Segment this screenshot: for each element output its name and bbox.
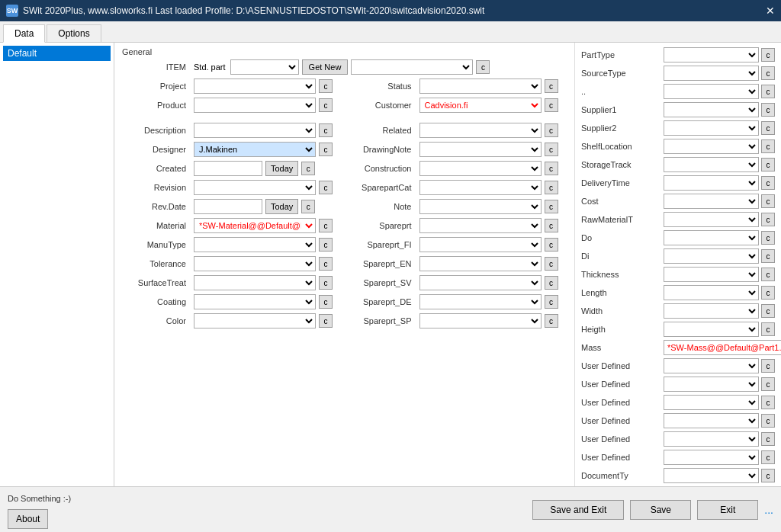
manutype-c-button[interactable]: c <box>319 238 333 252</box>
manutype-select[interactable] <box>194 237 316 252</box>
spareprtDE-c-button[interactable]: c <box>545 295 558 309</box>
heigth-select[interactable] <box>664 322 759 337</box>
description-select[interactable] <box>194 123 316 138</box>
rawmaterialt-c-button[interactable]: c <box>761 213 775 226</box>
userdefined3-c-button[interactable]: c <box>761 396 775 409</box>
parttype-c-button[interactable]: c <box>761 48 775 62</box>
customer-select[interactable]: Cadvision.fi <box>419 98 542 113</box>
width-c-button[interactable]: c <box>761 304 775 318</box>
material-c-button[interactable]: c <box>319 219 333 232</box>
sparepartcat-select[interactable] <box>419 180 542 195</box>
construction-select[interactable] <box>419 161 542 176</box>
spareprtSV-c-button[interactable]: c <box>545 276 558 290</box>
dotdot-c-button[interactable]: c <box>761 85 775 98</box>
thickness-c-button[interactable]: c <box>761 268 775 281</box>
storagetrack-select[interactable] <box>664 157 759 172</box>
spareprt-c-button[interactable]: c <box>545 219 558 232</box>
shelflocation-c-button[interactable]: c <box>761 139 775 153</box>
spareprtDE-select[interactable] <box>419 294 542 309</box>
tolerance-c-button[interactable]: c <box>319 257 333 271</box>
mass-select[interactable]: *SW-Mass@@Default@Part1.S <box>664 340 781 355</box>
get-new-button[interactable]: Get New <box>302 59 349 75</box>
length-select[interactable] <box>664 285 759 300</box>
revdate-c-button[interactable]: c <box>301 200 315 213</box>
cost-c-button[interactable]: c <box>761 194 775 208</box>
heigth-c-button[interactable]: c <box>761 322 775 336</box>
thickness-select[interactable] <box>664 267 759 282</box>
userdefined6-select[interactable] <box>664 450 759 465</box>
about-button[interactable]: About <box>8 509 48 529</box>
item-c-button[interactable]: c <box>476 60 490 74</box>
di-c-button[interactable]: c <box>761 249 775 263</box>
product-c-button[interactable]: c <box>319 98 333 112</box>
color-select[interactable] <box>194 313 316 328</box>
save-button[interactable]: Save <box>630 500 691 520</box>
created-today-button[interactable]: Today <box>265 161 298 176</box>
customer-c-button[interactable]: c <box>545 98 558 112</box>
status-select[interactable] <box>419 79 542 94</box>
shelflocation-select[interactable] <box>664 139 759 154</box>
designer-c-button[interactable]: c <box>319 143 333 156</box>
spareprtfi-c-button[interactable]: c <box>545 238 558 252</box>
designer-select[interactable]: J.Makinen <box>194 142 316 157</box>
userdefined1-c-button[interactable]: c <box>761 359 775 373</box>
parttype-select[interactable] <box>664 47 759 62</box>
spareprtSP-c-button[interactable]: c <box>545 314 558 328</box>
revision-select[interactable] <box>194 180 316 195</box>
product-select[interactable] <box>194 98 316 113</box>
revdate-today-button[interactable]: Today <box>265 199 298 214</box>
surfacetreat-c-button[interactable]: c <box>319 276 333 290</box>
related-select[interactable] <box>419 123 542 138</box>
material-select[interactable]: *SW-Material@@Default@Part1 <box>194 218 316 233</box>
do-c-button[interactable]: c <box>761 231 775 245</box>
tolerance-select[interactable] <box>194 256 316 271</box>
std-part-select[interactable] <box>230 59 299 75</box>
rawmaterialt-select[interactable] <box>664 212 759 227</box>
userdefined4-select[interactable] <box>664 413 759 428</box>
cost-select[interactable] <box>664 194 759 209</box>
note-c-button[interactable]: c <box>545 200 558 213</box>
save-and-exit-button[interactable]: Save and Exit <box>532 500 624 520</box>
userdefined3-select[interactable] <box>664 395 759 410</box>
userdefined2-select[interactable] <box>664 377 759 392</box>
di-select[interactable] <box>664 248 759 264</box>
color-c-button[interactable]: c <box>319 314 333 328</box>
spareprtSV-select[interactable] <box>419 275 542 290</box>
tab-data[interactable]: Data <box>3 24 45 43</box>
drawingnote-c-button[interactable]: c <box>545 143 558 156</box>
supplier2-select[interactable] <box>664 120 759 136</box>
sourcetype-c-button[interactable]: c <box>761 66 775 80</box>
note-select[interactable] <box>419 199 542 214</box>
dotdot-select[interactable] <box>664 84 759 99</box>
documentty-select[interactable] <box>664 468 759 483</box>
sourcetype-select[interactable] <box>664 66 759 81</box>
drawingnote-select[interactable] <box>419 142 542 157</box>
userdefined5-c-button[interactable]: c <box>761 432 775 446</box>
userdefined5-select[interactable] <box>664 431 759 447</box>
project-select[interactable] <box>194 79 316 94</box>
created-c-button[interactable]: c <box>301 162 315 175</box>
revision-c-button[interactable]: c <box>319 181 333 194</box>
spareprtfi-select[interactable] <box>419 237 542 252</box>
coating-select[interactable] <box>194 294 316 309</box>
tab-options[interactable]: Options <box>47 24 101 42</box>
project-c-button[interactable]: c <box>319 79 333 93</box>
userdefined6-c-button[interactable]: c <box>761 450 775 464</box>
userdefined1-select[interactable] <box>664 358 759 373</box>
spareprtEN-select[interactable] <box>419 256 542 271</box>
userdefined2-c-button[interactable]: c <box>761 377 775 391</box>
deliverytime-select[interactable] <box>664 175 759 191</box>
width-select[interactable] <box>664 303 759 319</box>
coating-c-button[interactable]: c <box>319 295 333 309</box>
spareprt-select[interactable] <box>419 218 542 233</box>
documentty-c-button[interactable]: c <box>761 469 775 482</box>
supplier1-select[interactable] <box>664 102 759 117</box>
surfacetreat-select[interactable] <box>194 275 316 290</box>
supplier2-c-button[interactable]: c <box>761 121 775 135</box>
construction-c-button[interactable]: c <box>545 162 558 175</box>
created-input[interactable] <box>194 161 262 176</box>
related-c-button[interactable]: c <box>545 123 558 137</box>
deliverytime-c-button[interactable]: c <box>761 176 775 190</box>
close-button[interactable]: ✕ <box>766 5 775 17</box>
length-c-button[interactable]: c <box>761 286 775 300</box>
